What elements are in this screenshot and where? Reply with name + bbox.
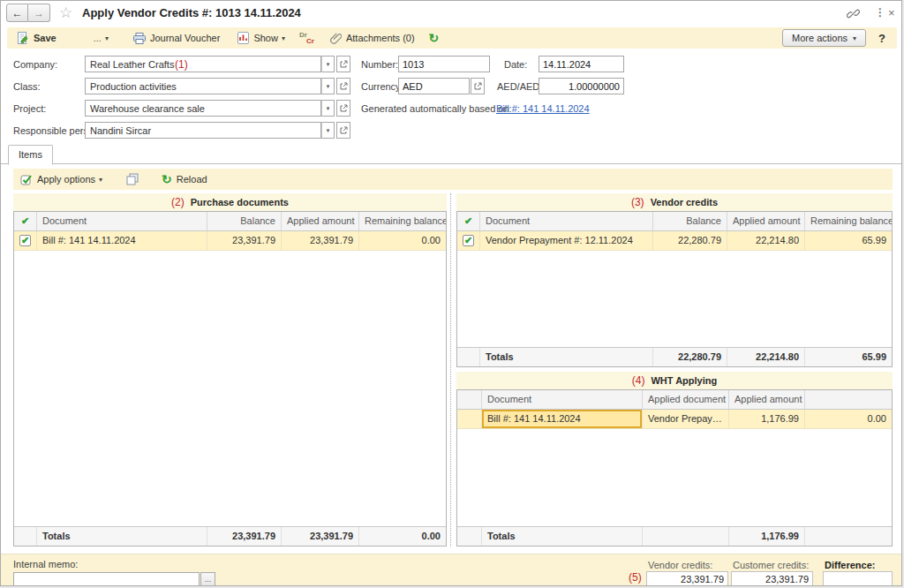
- totals-balance: 22,280.79: [653, 348, 727, 366]
- col-document[interactable]: Document: [37, 212, 207, 230]
- cell-remaining-balance[interactable]: 65.99: [805, 231, 892, 250]
- purchase-documents-header: (2) Purchase documents: [13, 193, 447, 211]
- internal-memo-input[interactable]: [13, 572, 200, 586]
- class-label: Class:: [13, 81, 41, 92]
- project-dropdown-icon[interactable]: ▾: [321, 100, 335, 117]
- cell-remaining[interactable]: 0.00: [805, 410, 892, 428]
- reload-button[interactable]: Reload: [177, 174, 207, 185]
- exchange-rate-label: AED/AED:: [497, 81, 542, 92]
- col-applied-document[interactable]: Applied document: [643, 390, 729, 409]
- class-value[interactable]: Production activities: [85, 78, 321, 94]
- cell-balance[interactable]: 23,391.79: [207, 231, 282, 250]
- col-remaining-balance[interactable]: Remaining balance: [359, 212, 446, 230]
- project-value[interactable]: Warehouse clearance sale: [85, 100, 321, 117]
- back-button[interactable]: ←: [6, 4, 28, 22]
- generated-based-on-link[interactable]: Bill #: 141 14.11.2024: [496, 103, 590, 114]
- currency-input[interactable]: [398, 78, 470, 94]
- class-open-icon[interactable]: [336, 78, 350, 94]
- more-commands-button[interactable]: ...: [94, 33, 102, 43]
- save-button[interactable]: Save: [34, 33, 56, 43]
- apply-options-icon: [20, 173, 33, 185]
- cell-applied-document[interactable]: Vendor Prepayment #: 12...: [643, 410, 729, 428]
- col-document[interactable]: Document: [482, 390, 643, 409]
- responsible-person-dropdown-icon[interactable]: ▾: [321, 122, 335, 139]
- window-menu-icon[interactable]: ⋮: [875, 6, 885, 19]
- col-applied-amount[interactable]: Applied amount: [727, 212, 805, 230]
- col-document[interactable]: Document: [480, 212, 653, 230]
- attachments-button[interactable]: Attachments (0): [346, 33, 415, 43]
- vendor-credits-total-input[interactable]: [646, 571, 728, 586]
- col-applied-amount[interactable]: Applied amount: [729, 390, 805, 409]
- totals-label: Totals: [480, 348, 653, 366]
- currency-open-icon[interactable]: [471, 78, 485, 94]
- favorite-star-icon[interactable]: ☆: [59, 4, 72, 22]
- more-actions-button[interactable]: More actions ▾: [782, 29, 866, 47]
- cell-document[interactable]: Bill #: 141 14.11.2024: [37, 231, 207, 250]
- close-icon[interactable]: ×: [888, 6, 895, 19]
- number-input[interactable]: [398, 56, 490, 72]
- journal-voucher-button[interactable]: Journal Voucher: [150, 33, 221, 43]
- exchange-rate-input[interactable]: [539, 78, 624, 94]
- totals-applied: 23,391.79: [282, 527, 359, 546]
- project-open-icon[interactable]: [336, 100, 350, 117]
- show-button[interactable]: Show: [253, 33, 278, 43]
- footer-bar: Internal memo: ... (5) Vendor credits: C…: [1, 554, 901, 586]
- apply-options-button[interactable]: Apply options: [37, 174, 95, 185]
- purchase-totals-row: Totals 23,391.79 23,391.79 0.00: [14, 526, 446, 546]
- difference-input[interactable]: [823, 571, 893, 586]
- company-field[interactable]: Real Leather Crafts ▾: [85, 56, 335, 72]
- table-row[interactable]: ✔ Bill #: 141 14.11.2024 23,391.79 23,39…: [14, 231, 446, 251]
- cell-balance[interactable]: 22,280.79: [653, 231, 727, 250]
- totals-applied: 22,214.80: [727, 348, 805, 366]
- company-value[interactable]: Real Leather Crafts: [85, 56, 321, 72]
- col-applied-amount[interactable]: Applied amount: [282, 212, 359, 230]
- cell-applied-amount[interactable]: 1,176.99: [729, 410, 805, 428]
- class-field[interactable]: Production activities ▾: [85, 78, 335, 94]
- purchase-documents-table: ✔ Document Balance Applied amount Remain…: [13, 211, 447, 547]
- totals-balance: 23,391.79: [207, 527, 282, 546]
- cell-document[interactable]: Vendor Prepayment #: 12.11.2024: [480, 231, 653, 250]
- responsible-person-field[interactable]: Nandini Sircar ▾: [85, 122, 335, 139]
- responsible-person-value[interactable]: Nandini Sircar: [85, 122, 321, 139]
- check-all-icon[interactable]: ✔: [21, 215, 29, 227]
- refresh-icon[interactable]: ↻: [429, 32, 440, 44]
- generated-based-on-label: Generated automatically based on:: [361, 103, 512, 114]
- row-checkbox[interactable]: ✔: [19, 235, 31, 246]
- col-balance[interactable]: Balance: [207, 212, 282, 230]
- company-dropdown-icon[interactable]: ▾: [321, 56, 335, 72]
- row-checkbox[interactable]: ✔: [463, 235, 474, 246]
- difference-label: Difference:: [825, 560, 875, 570]
- dr-cr-postings-button[interactable]: Dr Cr: [299, 31, 314, 45]
- callout-3: (3): [631, 196, 644, 208]
- project-field[interactable]: Warehouse clearance sale ▾: [85, 100, 335, 117]
- tab-items[interactable]: Items: [8, 145, 53, 165]
- forward-button[interactable]: →: [28, 4, 50, 22]
- panel-splitter[interactable]: [450, 193, 451, 547]
- chevron-down-icon: ▾: [105, 34, 109, 42]
- date-input[interactable]: [539, 56, 624, 72]
- reload-icon[interactable]: ↻: [162, 173, 172, 185]
- date-label: Date:: [504, 59, 527, 70]
- class-dropdown-icon[interactable]: ▾: [321, 78, 335, 94]
- memo-expand-button[interactable]: ...: [200, 572, 215, 586]
- help-button[interactable]: ?: [878, 32, 885, 45]
- copy-icon[interactable]: [126, 173, 139, 185]
- get-link-icon[interactable]: [847, 7, 860, 20]
- col-balance[interactable]: Balance: [653, 212, 727, 230]
- cell-remaining-balance[interactable]: 0.00: [359, 231, 446, 250]
- cell-document-selected[interactable]: Bill #: 141 14.11.2024: [482, 410, 643, 428]
- back-arrow-icon: ←: [12, 7, 23, 19]
- main-toolbar: Save ... ▾ Journal Voucher Show ▾ Dr Cr …: [7, 27, 897, 49]
- paperclip-icon: [330, 32, 342, 44]
- check-all-icon[interactable]: ✔: [464, 215, 472, 227]
- col-remaining-balance[interactable]: Remaining balance: [805, 212, 892, 230]
- wht-applying-title: WHT Applying: [651, 375, 717, 386]
- vendor-credits-table: ✔ Document Balance Applied amount Remain…: [456, 211, 893, 367]
- table-row[interactable]: Bill #: 141 14.11.2024 Vendor Prepayment…: [457, 410, 892, 429]
- responsible-person-open-icon[interactable]: [336, 122, 350, 139]
- cell-applied-amount[interactable]: 22,214.80: [727, 231, 805, 250]
- company-open-icon[interactable]: [336, 56, 350, 72]
- customer-credits-total-input[interactable]: [731, 571, 813, 586]
- cell-applied-amount[interactable]: 23,391.79: [282, 231, 359, 250]
- table-row[interactable]: ✔ Vendor Prepayment #: 12.11.2024 22,280…: [457, 231, 892, 251]
